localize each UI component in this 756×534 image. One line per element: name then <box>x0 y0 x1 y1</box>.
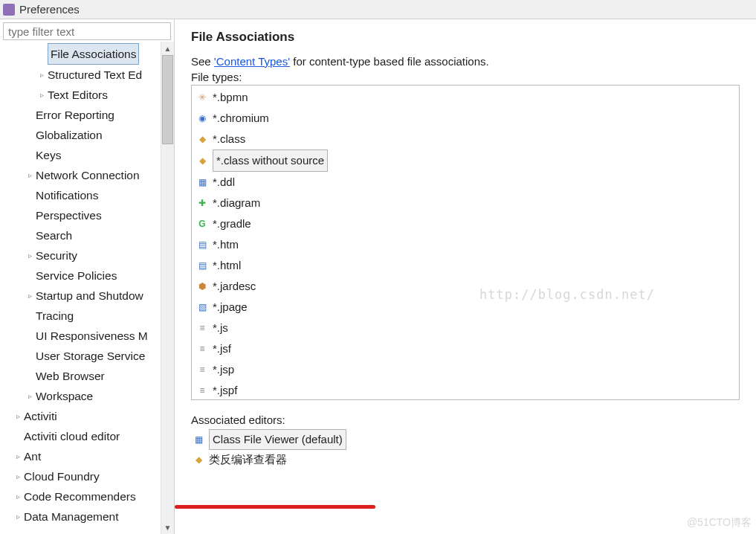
tree-node-label: Text Editors <box>48 85 108 105</box>
tree-node-label: Notifications <box>36 185 98 205</box>
tree-node[interactable]: ▹Activiti <box>0 406 161 426</box>
tree-node[interactable]: UI Responsiveness M <box>0 326 161 346</box>
expand-icon[interactable]: ▹ <box>13 506 22 527</box>
file-icon: ◆ <box>196 133 208 145</box>
tree-node[interactable]: ▹Network Connection <box>0 165 161 185</box>
tree-node[interactable]: ▹Text Editors <box>0 85 161 105</box>
tree-node[interactable]: Perspectives <box>0 205 161 225</box>
file-type-row[interactable]: ≡*.jsf <box>192 338 739 359</box>
file-type-row[interactable]: ◆*.class <box>192 129 739 149</box>
filter-container <box>0 19 174 42</box>
tree-node[interactable]: Activiti cloud editor <box>0 426 161 446</box>
tree-node[interactable]: Notifications <box>0 185 161 205</box>
file-icon: ◆ <box>196 155 208 167</box>
file-type-row[interactable]: ✳*.bpmn <box>192 87 739 108</box>
file-types-list[interactable]: ✳*.bpmn◉*.chromium◆*.class◆*.class witho… <box>191 85 740 400</box>
file-type-label: *.chromium <box>213 108 269 129</box>
tree-node[interactable]: User Storage Service <box>0 346 161 366</box>
tree-node-label: Startup and Shutdow <box>36 286 143 306</box>
content-types-link[interactable]: 'Content Types' <box>214 55 290 68</box>
expand-icon[interactable]: ▹ <box>25 286 34 306</box>
file-type-row[interactable]: ▦*.ddl <box>192 172 739 193</box>
window-title: Preferences <box>19 3 80 16</box>
tree-node[interactable]: ▹Code Recommenders <box>0 486 161 506</box>
filter-input[interactable] <box>3 22 171 40</box>
file-type-label: *.class without source <box>213 149 328 172</box>
tree-node-label: Code Recommenders <box>24 486 136 506</box>
expand-icon[interactable]: ▹ <box>13 406 22 426</box>
file-type-label: *.gradle <box>213 213 251 234</box>
file-type-row[interactable]: ≡*.js <box>192 318 739 338</box>
file-icon: ▤ <box>196 239 208 251</box>
expand-icon[interactable]: ▹ <box>25 386 34 406</box>
tree-node-label: Tracing <box>36 306 74 326</box>
tree-scrollbar[interactable]: ▲ ▼ <box>161 42 174 534</box>
scroll-thumb[interactable] <box>162 55 173 144</box>
file-icon: ▦ <box>196 176 208 188</box>
file-icon: ≡ <box>196 385 208 396</box>
file-icon: ▤ <box>196 260 208 271</box>
file-type-row[interactable]: G*.gradle <box>192 213 739 234</box>
tree-node[interactable]: Error Reporting <box>0 105 161 125</box>
file-icon: ≡ <box>196 343 208 355</box>
tree-node-label: Security <box>36 245 77 266</box>
tree-node[interactable]: Tracing <box>0 306 161 326</box>
content-area: File Associations See 'Content Types' fo… <box>175 19 756 534</box>
editor-label: 类反编译查看器 <box>209 450 287 469</box>
main-layout: File Associations▹Structured Text Ed▹Tex… <box>0 19 756 534</box>
file-type-label: *.js <box>213 318 228 338</box>
tree-node[interactable]: Search <box>0 225 161 245</box>
scroll-up-icon[interactable]: ▲ <box>161 42 174 55</box>
file-type-label: *.jsf <box>213 338 231 359</box>
tree-node[interactable]: ▹Cloud Foundry <box>0 466 161 486</box>
tree-node-label: Ant <box>24 446 41 466</box>
assoc-editors-label: Associated editors: <box>191 414 740 426</box>
expand-icon[interactable]: ▹ <box>25 245 34 266</box>
expand-icon[interactable]: ▹ <box>37 85 46 105</box>
file-icon: ✚ <box>196 197 208 209</box>
tree-node[interactable]: Globalization <box>0 125 161 145</box>
expand-icon[interactable]: ▹ <box>25 165 34 185</box>
file-type-row[interactable]: ▤*.html <box>192 255 739 276</box>
expand-icon[interactable]: ▹ <box>13 446 22 466</box>
tree-node-label: File Associations <box>48 43 139 65</box>
tree-node[interactable]: ▹Startup and Shutdow <box>0 286 161 306</box>
tree-node[interactable]: File Associations <box>0 43 161 65</box>
preferences-tree[interactable]: File Associations▹Structured Text Ed▹Tex… <box>0 42 161 534</box>
expand-icon[interactable]: ▹ <box>13 466 22 486</box>
tree-node-label: UI Responsiveness M <box>36 326 148 346</box>
file-type-row[interactable]: ≡*.jspf <box>192 380 739 400</box>
editor-row[interactable]: ▦Class File Viewer (default) <box>191 429 740 450</box>
tree-node-label: Perspectives <box>36 205 102 225</box>
file-icon: ✳ <box>196 91 208 103</box>
file-type-row[interactable]: ⬢*.jardesc <box>192 276 739 297</box>
file-type-row[interactable]: ▤*.htm <box>192 234 739 255</box>
file-type-row[interactable]: ▧*.jpage <box>192 297 739 318</box>
expand-icon[interactable]: ▹ <box>13 486 22 506</box>
editor-label: Class File Viewer (default) <box>209 429 346 450</box>
tree-node-label: Structured Text Ed <box>48 65 142 85</box>
expand-icon[interactable]: ▹ <box>37 65 46 85</box>
file-type-row[interactable]: ◉*.chromium <box>192 108 739 129</box>
scroll-down-icon[interactable]: ▼ <box>161 521 174 534</box>
file-icon: ≡ <box>196 322 208 334</box>
tree-node[interactable]: ▹Structured Text Ed <box>0 65 161 85</box>
associated-editors-list[interactable]: ▦Class File Viewer (default)◆类反编译查看器 <box>191 428 740 471</box>
file-type-label: *.jsp <box>213 359 234 380</box>
file-types-label: File types: <box>191 71 740 83</box>
app-icon <box>3 4 15 16</box>
file-type-row[interactable]: ◆*.class without source <box>192 149 739 172</box>
tree-node[interactable]: ▹Security <box>0 245 161 266</box>
file-type-label: *.ddl <box>213 172 235 193</box>
tree-node[interactable]: Web Browser <box>0 366 161 386</box>
desc-suffix: for content-type based file associations… <box>290 55 489 68</box>
file-type-row[interactable]: ≡*.jsp <box>192 359 739 380</box>
tree-node[interactable]: Keys <box>0 145 161 165</box>
tree-node[interactable]: ▹Ant <box>0 446 161 466</box>
tree-node[interactable]: Service Policies <box>0 266 161 286</box>
editor-row[interactable]: ◆类反编译查看器 <box>191 450 740 469</box>
file-type-row[interactable]: ✚*.diagram <box>192 193 739 213</box>
tree-node[interactable]: ▹Data Management <box>0 506 161 527</box>
editor-icon: ◆ <box>193 454 204 466</box>
tree-node[interactable]: ▹Workspace <box>0 386 161 406</box>
